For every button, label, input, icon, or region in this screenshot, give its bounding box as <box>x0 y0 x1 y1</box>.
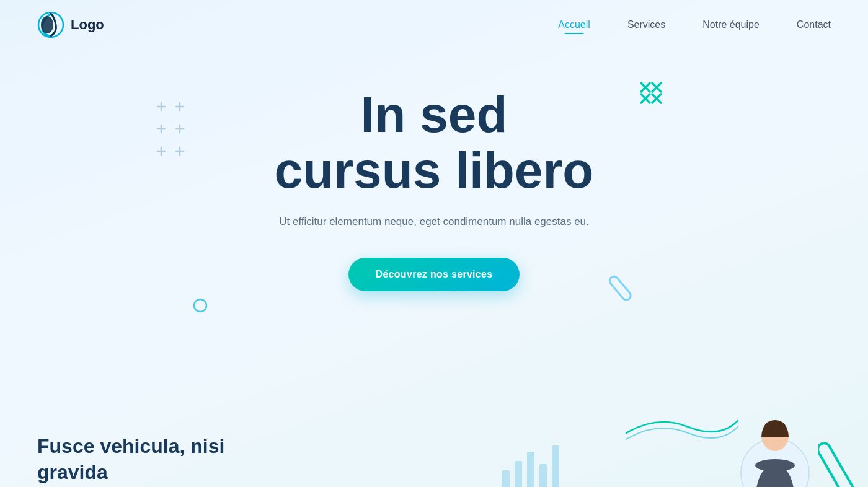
nav-item-contact[interactable]: Contact <box>797 19 831 30</box>
nav-link-services[interactable]: Services <box>627 19 665 30</box>
nav-item-notre-equipe[interactable]: Notre équipe <box>702 19 760 30</box>
bar-chart-decoration <box>496 433 570 487</box>
nav-link-contact[interactable]: Contact <box>797 19 831 30</box>
nav-item-accueil[interactable]: Accueil <box>558 19 590 30</box>
x-cross-icon <box>639 81 663 105</box>
circle-outline-icon <box>192 297 208 314</box>
nav-links: Accueil Services Notre équipe Contact <box>558 19 831 30</box>
logo-text: Logo <box>71 17 104 33</box>
svg-rect-23 <box>608 274 632 301</box>
pencil-rod-decoration <box>604 255 651 304</box>
nav-item-services[interactable]: Services <box>627 19 665 30</box>
svg-rect-32 <box>818 441 864 487</box>
plus-grid-icon <box>155 99 205 161</box>
svg-point-22 <box>194 299 206 312</box>
hero-title-line2: cursus libero <box>275 142 594 198</box>
person-circle-icon <box>688 398 812 487</box>
hero-section: In sed cursus libero Ut efficitur elemen… <box>0 50 868 421</box>
hero-title-line1: In sed <box>361 86 508 143</box>
nav-link-notre-equipe[interactable]: Notre équipe <box>702 19 760 30</box>
circle-outline-decoration <box>192 297 208 316</box>
logo[interactable]: Logo <box>37 11 104 38</box>
hero-subtitle: Ut efficitur elementum neque, eget condi… <box>12 216 856 228</box>
svg-rect-28 <box>552 445 559 487</box>
svg-rect-26 <box>527 452 534 487</box>
hero-title: In sed cursus libero <box>12 87 856 198</box>
svg-rect-24 <box>502 470 510 487</box>
green-pencil-decoration <box>818 396 868 487</box>
svg-point-31 <box>755 459 795 472</box>
bar-chart-icon <box>496 433 570 487</box>
nav-link-accueil[interactable]: Accueil <box>558 19 590 30</box>
pencil-rod-icon <box>604 255 651 301</box>
svg-rect-27 <box>539 464 547 487</box>
svg-rect-25 <box>515 461 522 487</box>
logo-icon <box>37 11 64 38</box>
svg-point-1 <box>41 16 53 33</box>
bottom-section: Fusce vehicula, nisi gravida <box>0 421 868 487</box>
green-pencil-icon <box>818 396 868 487</box>
x-cross-decoration <box>639 81 663 108</box>
cta-button[interactable]: Découvrez nos services <box>348 258 520 291</box>
person-illustration <box>688 398 812 487</box>
bottom-title: Fusce vehicula, nisi gravida <box>37 434 298 485</box>
plus-grid-decoration <box>155 99 205 164</box>
navbar: Logo Accueil Services Notre équipe Conta… <box>0 0 868 50</box>
